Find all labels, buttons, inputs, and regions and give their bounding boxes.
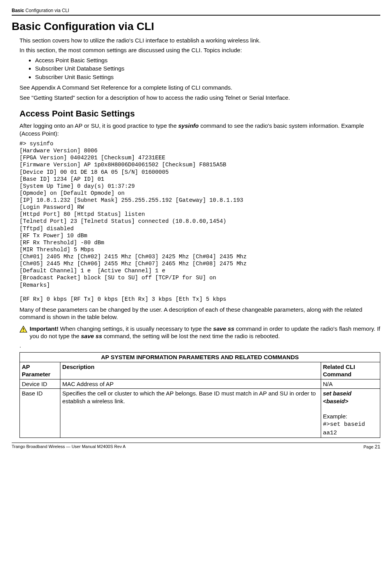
section-intro-pre: After logging onto an AP or SU, it is go… [19, 122, 178, 129]
sysinfo-cmd: sysinfo [178, 122, 199, 129]
important-post: command, the setting will be lost the ne… [102, 333, 280, 339]
footer-left: Trango Broadband Wireless — User Manual … [12, 444, 125, 450]
list-item: Access Point Basic Settings [35, 56, 380, 64]
header-rest: Configuration via CLI [24, 8, 69, 13]
important-label: Important! [30, 325, 58, 332]
getting-started-note: See "Getting Started" section for a desc… [19, 94, 380, 102]
section-heading: Access Point Basic Settings [19, 108, 380, 120]
header-bold: Basic [12, 8, 24, 13]
topics-list: Access Point Basic Settings Subscriber U… [27, 56, 380, 81]
svg-point-2 [23, 331, 24, 332]
section-intro: After logging onto an AP or SU, it is go… [19, 122, 380, 137]
cell-cmd: N/A [321, 379, 380, 389]
save-ss-cmd-1: save ss [213, 325, 234, 332]
cell-desc: MAC Address of AP [60, 379, 321, 389]
cell-param: Base ID [20, 389, 60, 438]
cell-param: Device ID [20, 379, 60, 389]
intro-paragraph-1: This section covers how to utilize the r… [19, 37, 380, 44]
parameters-table: AP SYSTEM INFORMATION PARAMETERS AND REL… [19, 352, 380, 438]
cell-desc: Specifies the cell or cluster to which t… [60, 389, 321, 438]
important-note: Important! When changing settings, it is… [19, 325, 380, 340]
col-header-cmd: Related CLI Command [321, 362, 380, 379]
col-header-param: AP Parameter [20, 362, 60, 379]
cell-cmd: set baseid <baseid> Example: #>set basei… [321, 389, 380, 438]
sysinfo-output: #> sysinfo [Hardware Version] 8006 [FPGA… [19, 140, 380, 303]
table-row: Device ID MAC Address of AP N/A [20, 379, 380, 389]
example-code: #>set baseid aa12 [323, 421, 365, 436]
example-label: Example: [323, 413, 348, 420]
page-title: Basic Configuration via CLI [12, 19, 380, 34]
appendix-note: See Appendix A Command Set Reference for… [19, 84, 380, 92]
important-text: Important! When changing settings, it is… [30, 325, 380, 340]
post-code-paragraph: Many of these parameters can be changed … [19, 306, 380, 321]
page-label: Page [364, 445, 375, 449]
warning-icon [19, 326, 27, 333]
important-pre: When changing settings, it is usually ne… [58, 325, 213, 332]
intro-paragraph-2: In this section, the most common setting… [19, 46, 380, 54]
cmd-syntax: set baseid <baseid> [323, 390, 351, 404]
col-header-desc: Description [60, 362, 321, 379]
stray-dot: . [19, 342, 380, 349]
footer-page: Page 21 [364, 444, 380, 450]
page-footer: Trango Broadband Wireless — User Manual … [12, 443, 380, 450]
list-item: Subscriber Unit Basic Settings [35, 73, 380, 81]
list-item: Subscriber Unit Database Settings [35, 65, 380, 72]
table-title: AP SYSTEM INFORMATION PARAMETERS AND REL… [20, 353, 380, 362]
save-ss-cmd-2: save ss [81, 333, 102, 339]
table-row: Base ID Specifies the cell or cluster to… [20, 389, 380, 438]
page-number: 21 [375, 444, 380, 450]
page-header: Basic Configuration via CLI [12, 8, 380, 16]
